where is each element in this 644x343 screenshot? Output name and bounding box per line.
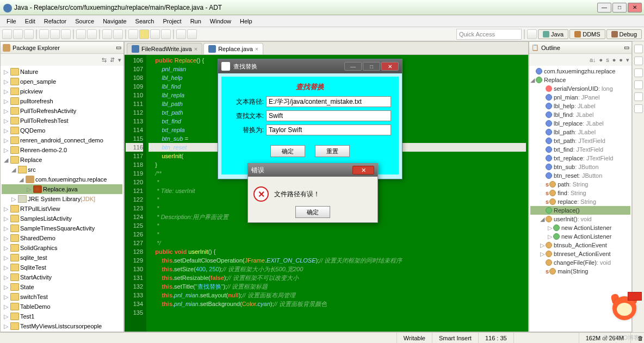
new-class-icon[interactable] <box>87 29 97 39</box>
tree-item-src[interactable]: ◢src <box>2 165 122 174</box>
find-input[interactable] <box>266 110 391 121</box>
minimize-icon[interactable]: ▭ <box>116 44 121 51</box>
path-input[interactable] <box>266 96 391 107</box>
declaration-icon[interactable] <box>634 104 643 113</box>
tree-item-qqdemo[interactable]: ▷QQDemo <box>2 126 122 135</box>
outline-item-userinit-[interactable]: ◢userInit() : void <box>530 215 630 223</box>
tree-item-state[interactable]: ▷State <box>2 282 122 292</box>
editor-tab-replace[interactable]: Replace.java × <box>203 43 263 54</box>
search-icon[interactable] <box>113 29 123 39</box>
close-tab-icon[interactable]: × <box>255 46 258 52</box>
tree-item-com-fuxuemingzhu-replace[interactable]: ◢com.fuxuemingzhu.replace <box>2 174 122 184</box>
tree-item-testmyviewslistscursorpeople[interactable]: ▷TestMyViewsListscursorpeople <box>2 321 122 331</box>
tree-item-replace-java[interactable]: ▷Replace.java <box>2 184 122 194</box>
collapse-all-icon[interactable]: ⇆ <box>102 57 107 64</box>
outline-item-btn-sub[interactable]: btn_sub : JButton <box>530 163 630 171</box>
ok-button[interactable]: 确定 <box>270 145 305 157</box>
tree-item-rtpulllistview[interactable]: ▷RTPullListView <box>2 204 122 214</box>
debug-icon[interactable] <box>39 29 49 39</box>
maximize-button[interactable]: □ <box>612 3 627 13</box>
outline-item-new-actionlistener[interactable]: ▷new ActionListener <box>530 232 630 241</box>
hide-local-icon[interactable]: ● <box>619 57 623 63</box>
tree-item-renren-android-connect-demo[interactable]: ▷renren_android_connect_demo <box>2 135 122 145</box>
editor-tab-filereadwrite[interactable]: FileReadWrite.java × <box>127 43 202 54</box>
outline-item-lbl-replace[interactable]: lbl_replace : JLabel <box>530 119 630 128</box>
outline-tree[interactable]: com.fuxuemingzhu.replace◢ReplaceserialVe… <box>529 66 631 332</box>
outline-item-changefile-file-[interactable]: changeFile(File) : void <box>530 258 630 267</box>
tree-item-open-sample[interactable]: ▷open_sample <box>2 77 122 86</box>
outline-item-btn-reset[interactable]: btn_reset : JButton <box>530 171 630 180</box>
search-dialog-titlebar[interactable]: 查找替换 — □ ✕ <box>218 59 402 73</box>
perspective-java[interactable]: Java <box>538 29 568 39</box>
tree-item-pulltorefreshactivity[interactable]: ▷PullToRefreshActivity <box>2 106 122 116</box>
outline-item-lbl-path[interactable]: lbl_path : JLabel <box>530 128 630 136</box>
new-icon[interactable] <box>2 29 12 39</box>
hide-static-icon[interactable]: s <box>606 57 609 63</box>
tree-item-pulltorefreshtest[interactable]: ▷PullToRefreshTest <box>2 116 122 126</box>
outline-item-txt-find[interactable]: txt_find : JTextField <box>530 145 630 154</box>
tree-item-test1[interactable]: ▷Test1 <box>2 311 122 321</box>
back-icon[interactable] <box>176 29 186 39</box>
menu-search[interactable]: Search <box>131 17 159 26</box>
outline-item-find[interactable]: sfind : String <box>530 189 630 197</box>
tree-item-jre-system-library[interactable]: ▷JRE System Library [JDK] <box>2 194 122 204</box>
outline-item-replace[interactable]: sreplace : String <box>530 197 630 206</box>
tree-item-sampleslistactivity[interactable]: ▷SamplesListActivity <box>2 214 122 223</box>
outline-item-replace-[interactable]: Replace() <box>530 206 630 215</box>
close-tab-icon[interactable]: × <box>194 46 197 52</box>
minimize-button[interactable]: — <box>597 3 611 13</box>
perspective-ddms[interactable]: DDMS <box>569 29 605 39</box>
outline-item-txt-path[interactable]: txt_path : JTextField <box>530 136 630 145</box>
menu-help[interactable]: Help <box>236 17 257 26</box>
tree-item-tabledemo[interactable]: ▷TableDemo <box>2 302 122 311</box>
tree-item-sampletimessquareactivity[interactable]: ▷SampleTimesSquareActivity <box>2 223 122 233</box>
open-type-icon[interactable] <box>102 29 112 39</box>
tree-item-replace[interactable]: ◢Replace <box>2 155 122 165</box>
menu-run[interactable]: Run <box>186 17 206 26</box>
tree-item-solidgraphics[interactable]: ▷SolidGraphics <box>2 243 122 253</box>
run-icon[interactable] <box>50 29 60 39</box>
dialog-minimize-button[interactable]: — <box>344 62 362 71</box>
open-perspective-icon[interactable] <box>527 29 537 39</box>
menu-source[interactable]: Source <box>71 17 98 26</box>
tree-item-shareddemo[interactable]: ▷SharedDemo <box>2 233 122 243</box>
bookmark-icon[interactable] <box>634 68 643 77</box>
outline-item-main-string[interactable]: smain(String <box>530 267 630 276</box>
minimize-icon[interactable]: ▭ <box>624 44 629 51</box>
view-menu-icon[interactable]: ▾ <box>118 57 121 64</box>
outline-item-pnl-mian[interactable]: pnl_mian : JPanel <box>530 93 630 102</box>
outline-item-lbl-find[interactable]: lbl_find : JLabel <box>530 110 630 119</box>
menu-project[interactable]: Project <box>158 17 185 26</box>
tree-item-sqlitetest[interactable]: ▷SqliteTest <box>2 263 122 272</box>
forward-icon[interactable] <box>187 29 197 39</box>
outline-item-com-fuxuemingzhu-replace[interactable]: com.fuxuemingzhu.replace <box>530 67 630 76</box>
tree-item-switchtest[interactable]: ▷switchTest <box>2 292 122 302</box>
outline-item-path[interactable]: spath : String <box>530 180 630 189</box>
outline-item-txt-replace[interactable]: txt_replace : JTextField <box>530 154 630 163</box>
replace-input[interactable] <box>266 124 391 135</box>
save-icon[interactable] <box>13 29 23 39</box>
outline-item-serialversionuid[interactable]: serialVersionUID : long <box>530 84 630 93</box>
tasks-icon[interactable] <box>634 80 643 89</box>
outline-item-new-actionlistener[interactable]: ▷new ActionListener <box>530 223 630 232</box>
tree-item-pulltorefresh[interactable]: ▷pulltorefresh <box>2 96 122 106</box>
run-last-icon[interactable] <box>61 29 71 39</box>
menu-window[interactable]: Window <box>206 17 236 26</box>
new-package-icon[interactable] <box>76 29 86 39</box>
reset-button[interactable]: 重置 <box>315 145 350 157</box>
ant-icon[interactable] <box>634 57 643 65</box>
tree-item-renren-demo-2-0[interactable]: ▷Renren-demo-2.0 <box>2 145 122 155</box>
outline-item-btnsub-actionevent[interactable]: ▷btnsub_ActionEvent <box>530 241 630 250</box>
outline-item-replace[interactable]: ◢Replace <box>530 76 630 84</box>
menu-refactor[interactable]: Refactor <box>40 17 71 26</box>
tree-item-pickview[interactable]: ▷pickview <box>2 86 122 96</box>
tree-item-sqlite-test[interactable]: ▷sqlite_test <box>2 253 122 263</box>
mark-occurrences-icon[interactable] <box>139 29 149 39</box>
toggle-breadcrumb-icon[interactable] <box>128 29 138 39</box>
dialog-maximize-button[interactable]: □ <box>363 62 380 71</box>
view-menu-icon[interactable]: ▾ <box>626 57 629 64</box>
dialog-close-button[interactable]: ✕ <box>381 62 399 71</box>
link-editor-icon[interactable]: ⇵ <box>110 57 115 64</box>
tree-item-nature[interactable]: ▷Nature <box>2 67 122 77</box>
error-close-button[interactable]: ✕ <box>352 166 374 174</box>
